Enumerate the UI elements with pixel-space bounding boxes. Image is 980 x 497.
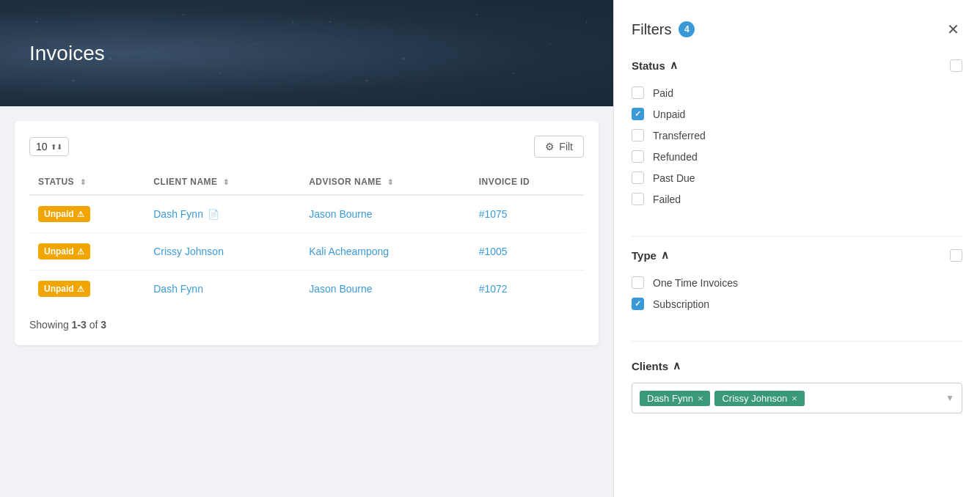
label-subscription: Subscription (653, 298, 709, 310)
divider-status-type (632, 236, 962, 237)
filters-label: Filters (632, 21, 671, 38)
filter-button-label: Filt (559, 141, 573, 152)
showing-range: 1-3 (72, 319, 87, 331)
file-icon[interactable]: 📄 (208, 209, 219, 220)
filter-option-paid[interactable]: Paid (632, 82, 962, 103)
warning-icon: ⚠ (77, 210, 84, 219)
page-title: Invoices (29, 42, 105, 65)
invoice-id-link[interactable]: #1072 (479, 283, 508, 295)
type-section-header: Type ∧ (632, 248, 962, 262)
close-filters-button[interactable]: ✕ (944, 18, 962, 41)
status-chevron-icon: ∧ (670, 59, 678, 72)
client-tag-dash-fynn[interactable]: Dash Fynn × (640, 391, 710, 406)
status-badge: Unpaid ⚠ (38, 281, 90, 297)
cell-advisor-name: Kali Acheampong (300, 233, 470, 270)
invoice-id-link[interactable]: #1075 (479, 208, 508, 220)
divider-type-clients (632, 341, 962, 342)
invoice-id-link[interactable]: #1005 (479, 246, 508, 257)
cell-invoice-id: #1005 (470, 233, 584, 270)
filter-section-type: Type ∧ One Time Invoices Subscription (632, 248, 962, 314)
showing-total: 3 (100, 319, 106, 331)
cell-status: Unpaid ⚠ (29, 270, 145, 308)
filter-section-status: Status ∧ Paid Unpaid Transferred Refunde… (632, 59, 962, 210)
content-area: 10 ⬆⬇ ⚙ Filt STATUS ⇕ CLIEN (0, 106, 613, 497)
filter-button[interactable]: ⚙ Filt (534, 136, 584, 158)
col-invoice-id: INVOICE ID (470, 169, 584, 195)
cell-client-name: Crissy Johnson (145, 233, 300, 270)
clients-section-title: Clients ∧ (632, 359, 681, 372)
col-client-name: CLIENT NAME ⇕ (145, 169, 300, 195)
cell-advisor-name: Jason Bourne (300, 195, 470, 233)
status-badge: Unpaid ⚠ (38, 243, 90, 259)
showing-text: Showing 1-3 of 3 (29, 319, 584, 331)
sort-icon-status[interactable]: ⇕ (80, 178, 86, 186)
table-header-row: STATUS ⇕ CLIENT NAME ⇕ ADVISOR NAME ⇕ (29, 169, 584, 195)
cell-status: Unpaid ⚠ (29, 233, 145, 270)
label-paid: Paid (653, 87, 673, 99)
page-header: Invoices (0, 0, 613, 106)
table-row: Unpaid ⚠Dash Fynn📄Jason Bourne#1075 (29, 195, 584, 233)
filter-option-refunded[interactable]: Refunded (632, 146, 962, 167)
status-section-title: Status ∧ (632, 59, 678, 72)
client-tag-remove-dash[interactable]: × (698, 393, 703, 404)
table-controls: 10 ⬆⬇ ⚙ Filt (29, 136, 584, 158)
label-unpaid: Unpaid (653, 108, 685, 120)
filter-option-one-time[interactable]: One Time Invoices (632, 272, 962, 293)
cell-status: Unpaid ⚠ (29, 195, 145, 233)
cell-invoice-id: #1072 (470, 270, 584, 308)
sort-icon-advisor[interactable]: ⇕ (387, 178, 393, 186)
label-failed: Failed (653, 194, 681, 205)
filter-option-failed[interactable]: Failed (632, 188, 962, 210)
client-name-link[interactable]: Dash Fynn (153, 208, 203, 220)
checkbox-refunded[interactable] (632, 150, 644, 163)
checkbox-paid[interactable] (632, 86, 644, 99)
checkbox-past-due[interactable] (632, 172, 644, 184)
per-page-select[interactable]: 10 ⬆⬇ (29, 137, 69, 156)
warning-icon: ⚠ (77, 247, 84, 257)
label-one-time: One Time Invoices (653, 277, 738, 289)
filter-option-unpaid[interactable]: Unpaid (632, 103, 962, 125)
sort-icon-client[interactable]: ⇕ (223, 178, 229, 186)
clients-dropdown[interactable]: Dash Fynn × Crissy Johnson × ▼ (632, 383, 962, 413)
client-name-link[interactable]: Dash Fynn (153, 283, 203, 295)
filters-title: Filters 4 (632, 21, 695, 38)
type-select-all-checkbox[interactable] (950, 249, 962, 262)
filter-option-past-due[interactable]: Past Due (632, 167, 962, 188)
label-refunded: Refunded (653, 151, 698, 163)
warning-icon: ⚠ (77, 284, 84, 294)
clients-section-header: Clients ∧ (632, 359, 962, 372)
filter-option-transferred[interactable]: Transferred (632, 125, 962, 146)
advisor-name-link[interactable]: Kali Acheampong (309, 246, 389, 257)
checkbox-one-time[interactable] (632, 276, 644, 289)
status-select-all-checkbox[interactable] (950, 59, 962, 72)
table-card: 10 ⬆⬇ ⚙ Filt STATUS ⇕ CLIEN (15, 121, 599, 345)
checkbox-failed[interactable] (632, 193, 644, 205)
client-name-link[interactable]: Crissy Johnson (153, 246, 224, 257)
table-row: Unpaid ⚠Crissy JohnsonKali Acheampong#10… (29, 233, 584, 270)
filters-panel: Filters 4 ✕ Status ∧ Paid Unpaid Transfe… (613, 0, 980, 497)
main-content: Invoices 10 ⬆⬇ ⚙ Filt STATUS (0, 0, 613, 497)
checkbox-unpaid[interactable] (632, 108, 644, 120)
advisor-name-link[interactable]: Jason Bourne (309, 208, 372, 220)
col-advisor-name: ADVISOR NAME ⇕ (300, 169, 470, 195)
col-status: STATUS ⇕ (29, 169, 145, 195)
client-tag-label-dash: Dash Fynn (647, 393, 693, 404)
per-page-arrows: ⬆⬇ (51, 143, 62, 151)
table-row: Unpaid ⚠Dash FynnJason Bourne#1072 (29, 270, 584, 308)
checkbox-subscription[interactable] (632, 298, 644, 310)
status-section-header: Status ∧ (632, 59, 962, 72)
client-tag-remove-crissy[interactable]: × (791, 393, 797, 404)
client-tag-crissy-johnson[interactable]: Crissy Johnson × (714, 391, 804, 406)
cell-advisor-name: Jason Bourne (300, 270, 470, 308)
filter-count-badge: 4 (679, 21, 695, 37)
advisor-name-link[interactable]: Jason Bourne (309, 283, 372, 295)
checkbox-transferred[interactable] (632, 129, 644, 141)
status-badge: Unpaid ⚠ (38, 206, 90, 222)
filter-option-subscription[interactable]: Subscription (632, 293, 962, 314)
cell-client-name: Dash Fynn (145, 270, 300, 308)
clients-chevron-icon: ∧ (673, 359, 681, 372)
cell-client-name: Dash Fynn📄 (145, 195, 300, 233)
cell-invoice-id: #1075 (470, 195, 584, 233)
type-section-title: Type ∧ (632, 248, 669, 262)
filters-header: Filters 4 ✕ (632, 18, 962, 41)
